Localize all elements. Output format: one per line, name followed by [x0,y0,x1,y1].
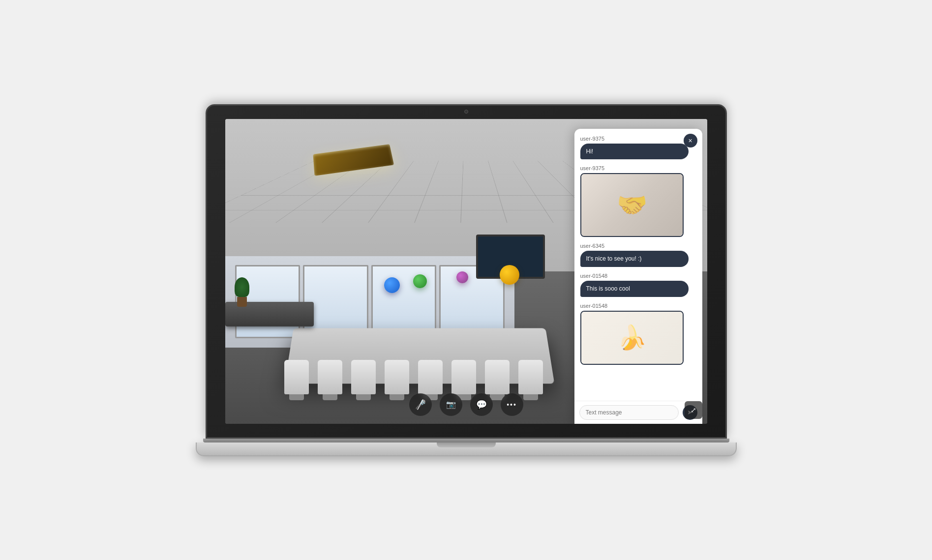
laptop-base [196,442,737,456]
laptop-camera [464,110,468,114]
chat-image-yellow [580,311,684,365]
chat-text-input[interactable] [579,405,679,420]
chat-message-group-5: user-01548 [580,303,696,365]
chat-sender-5: user-01548 [580,303,696,309]
chair-4 [385,360,409,394]
chat-sender-1: user-9375 [580,136,696,142]
mute-slash: ╱ [418,399,423,410]
mute-button[interactable]: 🎤 ╱ [409,393,432,416]
laptop-container: × user-9375 Hi! user-9375 [171,39,761,521]
chat-sender-2: user-9375 [580,165,696,171]
chair-1 [284,360,309,394]
more-button[interactable]: ••• [501,393,523,416]
chat-icon: 💬 [476,399,487,410]
chat-close-button[interactable]: × [684,134,697,147]
more-icon: ••• [507,401,517,409]
chair-5 [418,360,443,394]
toolbar: 🎤 ╱ 📷 💬 ••• [409,393,523,416]
chat-bubble-3: It's nice to see you! :) [580,251,689,267]
plant [235,277,249,307]
avatar-purple [456,271,468,283]
chat-sender-4: user-01548 [580,273,696,279]
video-button[interactable]: 📷 [440,393,462,416]
chair-8 [518,360,543,394]
chat-bubble-1: Hi! [580,144,689,160]
chat-toggle-button[interactable]: 💬 [470,393,493,416]
fullscreen-icon: ⤢ [691,406,696,414]
handshake-img [581,174,683,236]
avatar-yellow [500,265,519,285]
laptop-screen: × user-9375 Hi! user-9375 [225,119,707,424]
plant-leaves [235,277,249,297]
chat-bubble-4: This is sooo cool [580,281,689,297]
chat-input-area: ➤ [574,401,702,424]
window-3 [371,265,437,338]
chat-image-handshake [580,173,684,237]
chat-messages-container: user-9375 Hi! user-9375 user-6345 It's n… [574,129,702,401]
avatar-green [413,274,427,288]
video-icon: 📷 [446,400,456,409]
chat-message-group-4: user-01548 This is sooo cool [580,273,696,297]
plant-pot [237,297,247,307]
laptop-lid: × user-9375 Hi! user-9375 [206,104,727,439]
chairs-row [284,345,555,394]
chat-panel: × user-9375 Hi! user-9375 [574,129,702,424]
chair-7 [485,360,510,394]
fullscreen-button[interactable]: ⤢ [685,401,702,419]
chat-message-group-3: user-6345 It's nice to see you! :) [580,243,696,267]
chat-message-group-2: user-9375 [580,165,696,237]
yellow-object-img [581,312,683,364]
laptop-hinge [203,439,729,442]
avatar-blue [384,277,400,293]
chat-message-group-1: user-9375 Hi! [580,136,696,160]
chair-6 [451,360,476,394]
chat-sender-3: user-6345 [580,243,696,249]
chair-3 [351,360,376,394]
chair-2 [318,360,342,394]
